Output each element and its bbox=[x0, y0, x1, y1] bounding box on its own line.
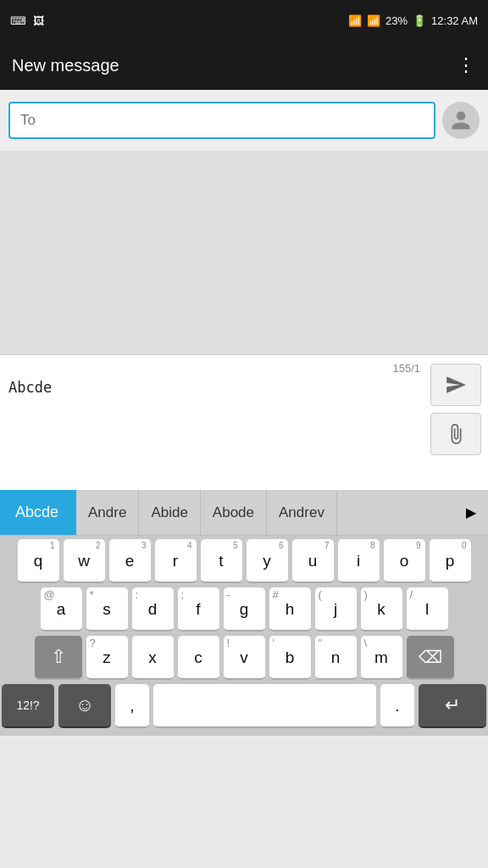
symbols-label: 12!? bbox=[16, 698, 39, 712]
image-icon: 🖼 bbox=[33, 14, 44, 27]
paperclip-icon bbox=[445, 423, 467, 445]
key-y[interactable]: 6y bbox=[247, 539, 288, 583]
more-options-icon[interactable]: ⋮ bbox=[457, 54, 476, 76]
page-title: New message bbox=[12, 56, 119, 75]
message-input[interactable]: Abcde bbox=[8, 378, 424, 463]
key-o[interactable]: 9o bbox=[384, 539, 425, 583]
period-key[interactable]: . bbox=[380, 684, 414, 728]
key-e[interactable]: 3e bbox=[109, 539, 151, 583]
shift-key[interactable]: ⇧ bbox=[35, 636, 82, 680]
autocomplete-item-0[interactable]: Andre bbox=[76, 490, 139, 535]
key-i[interactable]: 8i bbox=[338, 539, 380, 583]
keyboard: 1q 2w 3e 4r 5t 6y 7u 8i 9o 0p @a *s :d ;… bbox=[0, 536, 488, 736]
key-p[interactable]: 0p bbox=[430, 539, 471, 583]
person-icon bbox=[450, 109, 472, 131]
battery-percent: 23% bbox=[385, 14, 408, 27]
contact-picker-button[interactable] bbox=[442, 102, 480, 139]
to-input-wrapper[interactable] bbox=[8, 102, 435, 139]
key-z[interactable]: ?z bbox=[86, 636, 128, 680]
emoji-icon: ☺ bbox=[75, 694, 94, 716]
autocomplete-more-arrow[interactable]: ▶ bbox=[454, 490, 488, 535]
backspace-icon: ⌫ bbox=[419, 647, 442, 667]
send-icon bbox=[445, 374, 467, 396]
wifi-icon: 📶 bbox=[348, 14, 362, 27]
key-a[interactable]: @a bbox=[41, 587, 82, 632]
battery-icon: 🔋 bbox=[413, 14, 426, 27]
keyboard-row-1: 1q 2w 3e 4r 5t 6y 7u 8i 9o 0p bbox=[2, 539, 486, 583]
keyboard-row-bottom: 12!? ☺ , . ↵ bbox=[2, 684, 486, 728]
key-q[interactable]: 1q bbox=[18, 539, 59, 583]
time: 12:32 AM bbox=[431, 14, 478, 27]
enter-key[interactable]: ↵ bbox=[419, 684, 486, 728]
key-d[interactable]: :d bbox=[132, 587, 174, 632]
key-b[interactable]: 'b bbox=[269, 636, 311, 680]
compose-buttons bbox=[430, 364, 481, 455]
attach-button[interactable] bbox=[430, 413, 481, 455]
keyboard-icon: ⌨ bbox=[10, 14, 26, 27]
key-t[interactable]: 5t bbox=[201, 539, 242, 583]
keyboard-row-2: @a *s :d ;f -g #h (j )k /l bbox=[2, 587, 486, 632]
key-c[interactable]: c bbox=[178, 636, 219, 680]
shift-icon: ⇧ bbox=[51, 646, 66, 668]
key-x[interactable]: x bbox=[132, 636, 174, 680]
key-k[interactable]: )k bbox=[361, 587, 402, 632]
key-h[interactable]: #h bbox=[269, 587, 311, 632]
compose-text-wrapper: 155/1 Abcde bbox=[8, 362, 424, 463]
send-button[interactable] bbox=[430, 364, 481, 406]
key-w[interactable]: 2w bbox=[64, 539, 105, 583]
key-r[interactable]: 4r bbox=[155, 539, 197, 583]
key-f[interactable]: ;f bbox=[178, 587, 219, 632]
space-key[interactable] bbox=[153, 684, 376, 728]
key-g[interactable]: -g bbox=[224, 587, 265, 632]
autocomplete-item-2[interactable]: Abode bbox=[201, 490, 267, 535]
mid-area bbox=[0, 151, 488, 354]
status-bar: ⌨ 🖼 📶 📶 23% 🔋 12:32 AM bbox=[0, 0, 488, 41]
key-j[interactable]: (j bbox=[315, 587, 357, 632]
key-n[interactable]: "n bbox=[315, 636, 357, 680]
key-l[interactable]: /l bbox=[407, 587, 448, 632]
to-area bbox=[0, 90, 488, 151]
autocomplete-selected[interactable]: Abcde bbox=[0, 490, 76, 535]
comma-key[interactable]: , bbox=[115, 684, 149, 728]
autocomplete-bar: Abcde Andre Abide Abode Andrev ▶ bbox=[0, 490, 488, 536]
keyboard-row-3: ⇧ ?z x c !v 'b "n \m ⌫ bbox=[2, 636, 486, 680]
char-count: 155/1 bbox=[8, 362, 420, 375]
key-v[interactable]: !v bbox=[224, 636, 265, 680]
key-u[interactable]: 7u bbox=[292, 539, 334, 583]
key-s[interactable]: *s bbox=[86, 587, 128, 632]
enter-icon: ↵ bbox=[445, 694, 460, 716]
backspace-key[interactable]: ⌫ bbox=[407, 636, 454, 680]
symbols-key[interactable]: 12!? bbox=[2, 684, 54, 728]
autocomplete-item-3[interactable]: Andrev bbox=[267, 490, 337, 535]
to-input[interactable] bbox=[20, 112, 424, 129]
emoji-key[interactable]: ☺ bbox=[58, 684, 111, 728]
signal-icon: 📶 bbox=[367, 14, 380, 27]
compose-area: 155/1 Abcde bbox=[0, 354, 488, 490]
autocomplete-item-1[interactable]: Abide bbox=[139, 490, 200, 535]
key-m[interactable]: \m bbox=[361, 636, 402, 680]
app-bar: New message ⋮ bbox=[0, 41, 488, 90]
